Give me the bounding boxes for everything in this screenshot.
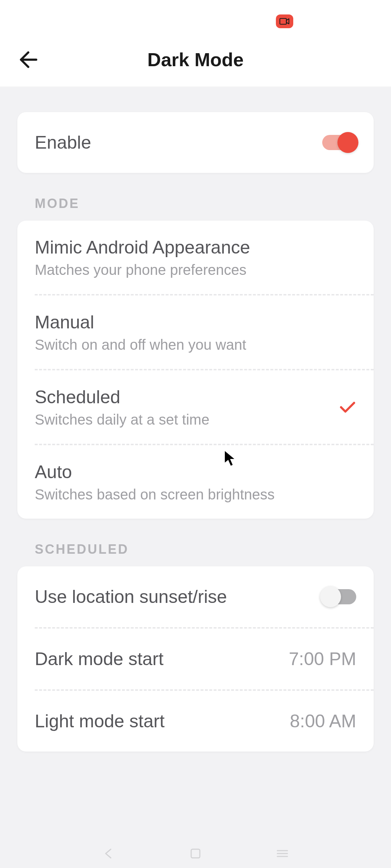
toggle-knob [320,586,341,607]
scheduled-section-header: SCHEDULED [35,542,374,557]
square-icon [190,848,201,859]
dark-mode-start-label: Dark mode start [35,648,164,670]
content-area: Enable MODE Mimic Android Appearance Mat… [0,87,391,752]
toggle-knob [337,132,358,153]
check-icon [340,401,356,414]
mode-option-mimic-android[interactable]: Mimic Android Appearance Matches your ph… [17,221,374,294]
mode-option-subtitle: Switches based on screen brightness [35,486,356,503]
dark-mode-start-value: 7:00 PM [289,648,356,669]
light-mode-start-value: 8:00 AM [290,711,356,732]
light-mode-start-row[interactable]: Light mode start 8:00 AM [17,691,374,752]
page-title: Dark Mode [0,49,391,71]
selected-checkmark [339,399,356,416]
mode-option-scheduled[interactable]: Scheduled Switches daily at a set time [17,370,374,444]
enable-card: Enable [17,112,374,173]
arrow-left-icon [18,50,38,70]
mode-option-subtitle: Matches your phone preferences [35,262,356,278]
header-bar: Dark Mode [0,33,391,87]
back-button[interactable] [17,49,39,71]
svg-rect-1 [191,849,200,858]
mode-option-subtitle: Switches daily at a set time [35,412,339,428]
mode-section-header: MODE [35,196,374,211]
enable-label: Enable [35,132,91,153]
enable-toggle[interactable] [322,135,356,150]
use-location-label: Use location sunset/rise [35,586,227,608]
mode-option-title: Manual [35,311,356,333]
mode-option-title: Mimic Android Appearance [35,237,356,258]
video-camera-icon [279,18,290,25]
svg-rect-0 [280,18,286,24]
mode-option-title: Scheduled [35,386,339,408]
nav-recents-button[interactable] [274,845,291,862]
android-nav-bar [0,839,391,868]
mode-card: Mimic Android Appearance Matches your ph… [17,221,374,519]
mode-option-title: Auto [35,461,356,483]
nav-back-button[interactable] [100,845,117,862]
chevron-left-icon [103,848,114,859]
menu-icon [277,849,288,858]
dark-mode-start-row[interactable]: Dark mode start 7:00 PM [17,629,374,689]
status-bar [0,0,391,33]
scheduled-card: Use location sunset/rise Dark mode start… [17,566,374,752]
use-location-toggle[interactable] [322,589,356,604]
light-mode-start-label: Light mode start [35,710,165,732]
mode-option-manual[interactable]: Manual Switch on and off when you want [17,295,374,369]
mode-option-subtitle: Switch on and off when you want [35,337,356,353]
mode-option-auto[interactable]: Auto Switches based on screen brightness [17,445,374,519]
screen-record-indicator [276,14,293,28]
use-location-row[interactable]: Use location sunset/rise [17,566,374,627]
enable-row[interactable]: Enable [17,112,374,173]
nav-home-button[interactable] [187,845,204,862]
